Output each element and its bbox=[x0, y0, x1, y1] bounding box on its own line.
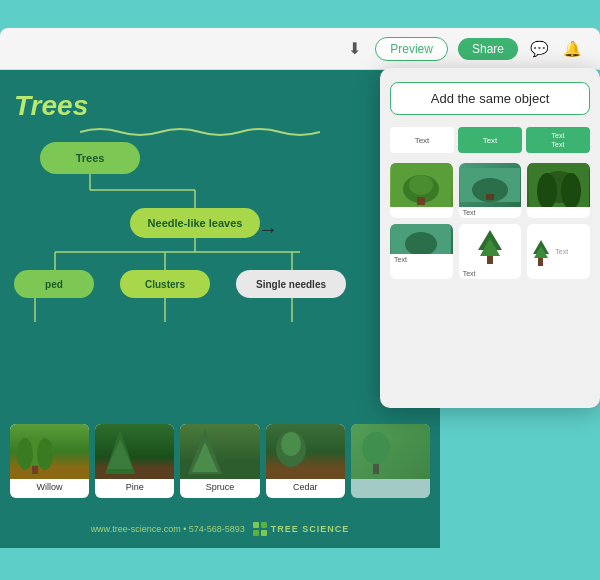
tab-text-2[interactable]: Text bbox=[458, 127, 522, 153]
svg-rect-31 bbox=[261, 530, 267, 536]
svg-point-34 bbox=[409, 175, 433, 195]
willow-label: Willow bbox=[10, 479, 89, 494]
pine-label: Pine bbox=[95, 479, 174, 494]
svg-rect-35 bbox=[417, 197, 425, 205]
svg-point-16 bbox=[37, 438, 53, 470]
icon-1-label: Text bbox=[459, 268, 522, 279]
footer-brand: TREE SCIENCE bbox=[271, 524, 350, 534]
popup-panel: Add the same object Text Text TextText bbox=[380, 68, 600, 408]
photo-text-2-image bbox=[390, 224, 453, 254]
cedar-label: Cedar bbox=[266, 479, 345, 494]
object-card-icon-1[interactable]: Text bbox=[459, 224, 522, 279]
popup-header: Add the same object bbox=[390, 82, 590, 115]
svg-rect-29 bbox=[261, 522, 267, 528]
download-button[interactable]: ⬇ bbox=[344, 35, 365, 62]
notification-button[interactable]: 🔔 bbox=[561, 38, 584, 60]
svg-rect-48 bbox=[538, 258, 543, 266]
cedar-image bbox=[266, 424, 345, 479]
spruce-label: Spruce bbox=[180, 479, 259, 494]
extra-label bbox=[351, 479, 430, 494]
arrow-indicator: → bbox=[258, 218, 278, 241]
footer-logo: TREE SCIENCE bbox=[253, 522, 350, 536]
tree-card-pine: Pine bbox=[95, 424, 174, 498]
object-grid: Text Text bbox=[390, 163, 590, 279]
pine-image bbox=[95, 424, 174, 479]
icon-2-label: Text bbox=[551, 246, 572, 257]
tab-text-1[interactable]: Text bbox=[390, 127, 454, 153]
slide-canvas: Trees Trees Needle-like leaves ped Clust… bbox=[0, 70, 440, 548]
object-card-photo-text-1[interactable]: Text bbox=[459, 163, 522, 218]
node-grouped: ped bbox=[14, 270, 94, 298]
footer-url: www.tree-science.com • 574-568-5893 bbox=[91, 524, 245, 534]
tree-card-spruce: Spruce bbox=[180, 424, 259, 498]
svg-point-25 bbox=[281, 432, 301, 456]
photo-text-1-label: Text bbox=[459, 207, 522, 218]
icon-1-image bbox=[459, 224, 522, 268]
photo-text-1-image bbox=[459, 163, 522, 207]
object-card-photo-2[interactable] bbox=[527, 163, 590, 218]
photo-1-image bbox=[390, 163, 453, 207]
preview-button[interactable]: Preview bbox=[375, 37, 448, 61]
object-card-photo-text-2[interactable]: Text bbox=[390, 224, 453, 279]
extra-image bbox=[351, 424, 430, 479]
svg-rect-38 bbox=[486, 194, 494, 200]
photo-2-image bbox=[527, 163, 590, 207]
type-tabs: Text Text TextText bbox=[390, 127, 590, 153]
node-root: Trees bbox=[40, 142, 140, 174]
slide-footer: www.tree-science.com • 574-568-5893 TREE… bbox=[0, 522, 440, 536]
tree-card-cedar: Cedar bbox=[266, 424, 345, 498]
svg-marker-19 bbox=[107, 439, 133, 469]
object-card-icon-2[interactable]: Text bbox=[527, 224, 590, 279]
tab-text-3[interactable]: TextText bbox=[526, 127, 590, 153]
svg-point-15 bbox=[17, 438, 33, 470]
node-needle-leaves: Needle-like leaves bbox=[130, 208, 260, 238]
icon-2-image bbox=[531, 238, 551, 266]
spruce-image bbox=[180, 424, 259, 479]
node-single-needles: Single needles bbox=[236, 270, 346, 298]
tree-image-row: Willow Pine Spruce bbox=[0, 424, 440, 498]
tree-card-willow: Willow bbox=[10, 424, 89, 498]
node-clusters: Clusters bbox=[120, 270, 210, 298]
svg-point-27 bbox=[362, 432, 390, 464]
tree-icon bbox=[476, 228, 504, 264]
slide-title: Trees bbox=[14, 90, 88, 122]
svg-rect-28 bbox=[253, 522, 259, 528]
tree-card-extra bbox=[351, 424, 430, 498]
svg-rect-30 bbox=[253, 530, 259, 536]
share-button[interactable]: Share bbox=[458, 38, 518, 60]
photo-text-2-label: Text bbox=[390, 254, 453, 265]
willow-image bbox=[10, 424, 89, 479]
comment-button[interactable]: 💬 bbox=[528, 38, 551, 60]
object-card-photo-1[interactable] bbox=[390, 163, 453, 218]
wavy-decoration bbox=[80, 124, 320, 140]
toolbar: ⬇ Preview Share 💬 🔔 bbox=[0, 28, 600, 70]
